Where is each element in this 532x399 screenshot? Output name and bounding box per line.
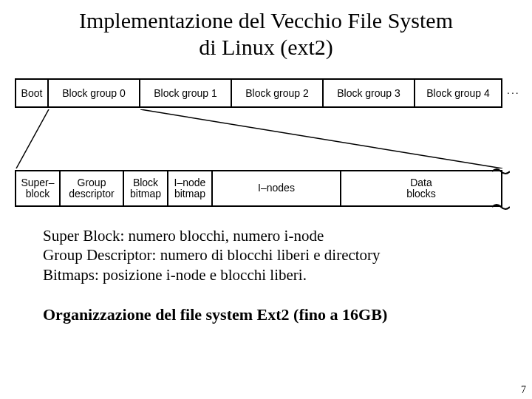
desc-line-3: Bitmaps: posizione i-node e blocchi libe… xyxy=(43,265,532,284)
cell-block-group-0: Block group 0 xyxy=(49,80,140,106)
cell-inodes: I–nodes xyxy=(213,171,341,205)
description-block: Super Block: numero blocchi, numero i-no… xyxy=(0,226,532,284)
slide-title: Implementazione del Vecchio File System … xyxy=(0,0,532,61)
cell-block-group-2: Block group 2 xyxy=(232,80,324,106)
svg-line-0 xyxy=(16,109,49,168)
connector-lines xyxy=(7,109,525,168)
disk-layout-row: Boot Block group 0 Block group 1 Block g… xyxy=(15,78,502,108)
figure-caption: Organizzazione del file system Ext2 (fin… xyxy=(0,305,532,324)
cell-block-bitmap: Block bitmap xyxy=(124,171,168,205)
cell-boot: Boot xyxy=(16,80,49,106)
cell-data-blocks: Data blocks xyxy=(341,171,501,205)
svg-line-1 xyxy=(140,109,502,168)
page-number: 7 xyxy=(521,384,526,396)
cell-group-descriptor: Group descriptor xyxy=(61,171,124,205)
cell-super-block: Super– block xyxy=(16,171,61,205)
block-group-detail-row: Super– block Group descriptor Block bitm… xyxy=(15,170,502,207)
title-line-2: di Linux (ext2) xyxy=(199,35,333,59)
ellipsis-icon: ... xyxy=(507,84,520,96)
cell-block-group-4: Block group 4 xyxy=(415,80,501,106)
desc-line-1: Super Block: numero blocchi, numero i-no… xyxy=(43,226,532,245)
cell-inode-bitmap: I–node bitmap xyxy=(168,171,213,205)
desc-line-2: Group Descriptor: numero di blocchi libe… xyxy=(43,245,532,265)
diagram: Boot Block group 0 Block group 1 Block g… xyxy=(7,74,525,222)
title-line-1: Implementazione del Vecchio File System xyxy=(79,8,453,33)
cell-block-group-1: Block group 1 xyxy=(140,80,232,106)
cell-block-group-3: Block group 3 xyxy=(324,80,415,106)
